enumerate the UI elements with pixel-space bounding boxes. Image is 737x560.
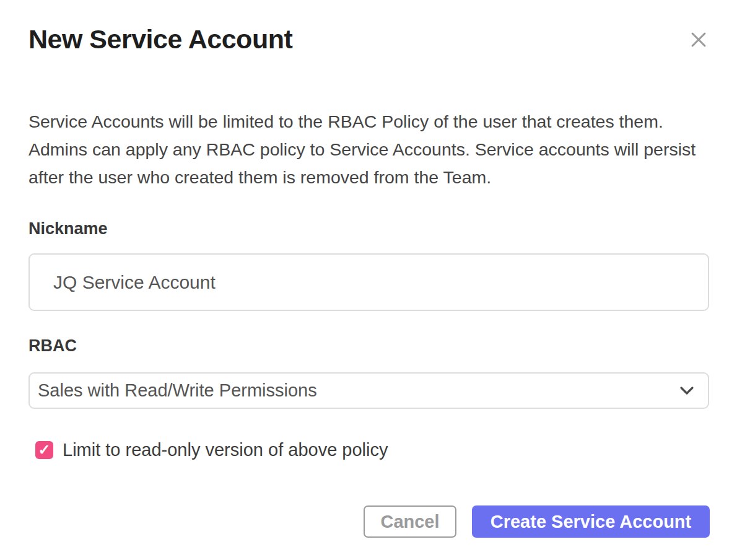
close-icon <box>690 31 707 50</box>
limit-checkbox[interactable]: ✓ <box>35 441 53 459</box>
modal-description: Service Accounts will be limited to the … <box>28 108 713 191</box>
nickname-label: Nickname <box>28 219 709 238</box>
rbac-selected-value: Sales with Read/Write Permissions <box>38 380 317 401</box>
modal-title: New Service Account <box>28 25 292 54</box>
new-service-account-modal: New Service Account Service Accounts wil… <box>0 0 737 560</box>
nickname-input[interactable] <box>28 253 709 311</box>
nickname-field-group: Nickname <box>28 219 709 311</box>
chevron-down-icon <box>679 386 694 396</box>
rbac-label: RBAC <box>28 336 709 356</box>
close-button[interactable] <box>688 30 709 51</box>
modal-header: New Service Account <box>28 25 709 54</box>
limit-checkbox-label: Limit to read-only version of above poli… <box>63 440 388 460</box>
check-icon: ✓ <box>38 442 50 457</box>
create-service-account-button[interactable]: Create Service Account <box>472 505 710 538</box>
cancel-button[interactable]: Cancel <box>364 505 456 538</box>
limit-checkbox-row: ✓ Limit to read-only version of above po… <box>35 440 709 460</box>
rbac-field-group: RBAC Sales with Read/Write Permissions <box>28 336 709 409</box>
modal-footer: Cancel Create Service Account <box>364 505 710 538</box>
rbac-select[interactable]: Sales with Read/Write Permissions <box>28 372 709 409</box>
